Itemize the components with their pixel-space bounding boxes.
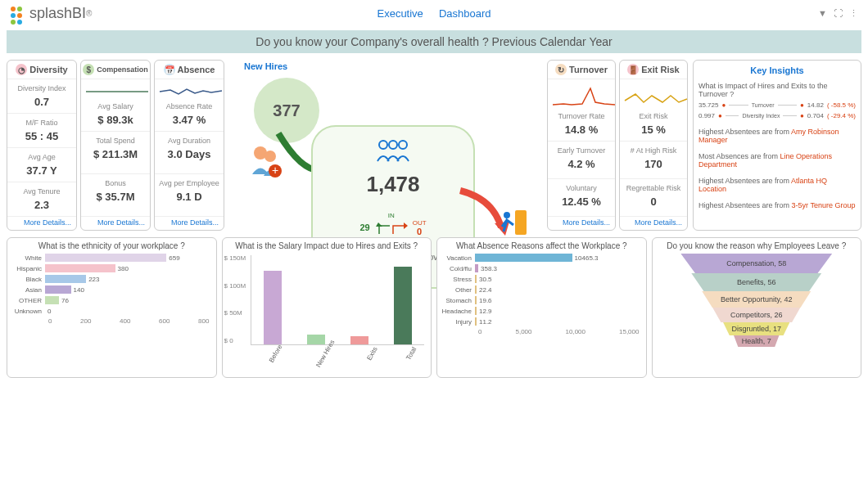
- svg-marker-9: [404, 223, 408, 229]
- sparkline: [158, 84, 224, 99]
- kpi-absence: 📅Absence Absence Rate3.47 % Avg Duration…: [154, 60, 224, 231]
- kpi-diversity: ◔Diversity Diversity Index0.7 M/F Ratio5…: [7, 60, 77, 231]
- more-details-link[interactable]: More Details...: [620, 217, 687, 230]
- chart-leave-reasons: Do you know the reason why Employees Lea…: [652, 237, 862, 378]
- bar-col: [307, 335, 325, 344]
- nav-dashboard[interactable]: Dashboard: [439, 7, 491, 20]
- filter-icon[interactable]: ▼: [818, 8, 827, 19]
- more-details-link[interactable]: More Details...: [7, 217, 76, 230]
- kpi-exit-risk: 🚪Exit Risk Exit Risk15 % # At High Risk1…: [619, 60, 688, 231]
- svg-point-6: [389, 141, 397, 149]
- svg-point-7: [399, 141, 407, 149]
- logo-text: splashBI: [29, 5, 86, 22]
- svg-point-5: [379, 141, 387, 149]
- sparkline: [551, 84, 617, 109]
- bar-col: [394, 267, 412, 344]
- funnel-seg: Competitors, 26: [704, 308, 809, 322]
- headcount-icon: [373, 137, 414, 169]
- sparkline: [623, 84, 689, 109]
- chart-ethnicity: What is the ethnicity of your workplace …: [7, 237, 217, 378]
- banner: Do you know your Company's overall healt…: [7, 30, 861, 53]
- center-flow: New Hires 377 + 1,478 29 INTransfers OUT…: [229, 60, 542, 231]
- more-details-link[interactable]: More Details...: [81, 217, 150, 230]
- new-hires-title: New Hires: [244, 61, 287, 71]
- funnel-seg: Health, 7: [730, 335, 784, 347]
- headcount-value: 1,478: [313, 172, 473, 197]
- bar-row: OTHER76: [11, 296, 213, 304]
- kpi-compensation: $Compensation Avg Salary$ 89.3k Total Sp…: [80, 60, 151, 231]
- more-details-link[interactable]: More Details...: [548, 217, 615, 230]
- funnel-seg: Disgruntled, 17: [717, 322, 796, 335]
- sparkline: [84, 84, 150, 99]
- svg-rect-11: [515, 210, 527, 235]
- money-icon: $: [83, 64, 94, 75]
- exit-icon: 🚪: [627, 64, 639, 75]
- bar-row: Headache12.9: [441, 307, 643, 315]
- chart-absence-reasons: What Absence Reasons affect the Workplac…: [436, 237, 647, 378]
- svg-point-12: [504, 212, 510, 218]
- bar-row: Vacation10465.3: [441, 254, 643, 262]
- turnover-icon: ↻: [555, 64, 567, 75]
- calendar-icon: 📅: [164, 64, 175, 75]
- bar-row: Injury11.2: [441, 317, 643, 326]
- bar-row: Stress30.5: [441, 275, 643, 283]
- bar-row: Stomach19.6: [441, 296, 643, 304]
- nav-executive[interactable]: Executive: [377, 7, 423, 20]
- diversity-icon: ◔: [16, 64, 27, 75]
- more-details-link[interactable]: More Details...: [155, 217, 224, 230]
- nav: Executive Dashboard: [370, 7, 497, 20]
- transfers-icon: [375, 219, 408, 236]
- bar-row: Cold/flu358.3: [441, 264, 643, 272]
- bar-row: Asian140: [11, 285, 213, 294]
- bar-row: Black223: [11, 275, 213, 283]
- bar-row: Other22.4: [441, 285, 643, 294]
- menu-icon[interactable]: ⋮: [849, 8, 858, 19]
- expand-icon[interactable]: ⛶: [834, 8, 843, 19]
- bar-col: [350, 336, 368, 344]
- bar-row: Hispanic380: [11, 264, 213, 272]
- key-insights: Key Insights What is Impact of Hires and…: [693, 60, 861, 231]
- bar-row: Unknown0: [11, 307, 213, 315]
- bar-row: White659: [11, 254, 213, 262]
- header: splashBI® Executive Dashboard ▼ ⛶ ⋮: [0, 0, 868, 27]
- bar-col: [264, 271, 282, 344]
- funnel-seg: Compensation, 58: [667, 254, 847, 273]
- svg-marker-8: [376, 223, 382, 227]
- chart-salary-impact: What is the Salary Impact due to Hires a…: [222, 237, 432, 378]
- funnel-seg: Benefits, 56: [679, 273, 834, 291]
- funnel-seg: Better Opportunity, 42: [692, 291, 821, 308]
- exit-door-icon: [497, 207, 530, 240]
- logo: splashBI®: [10, 5, 92, 22]
- kpi-turnover: ↻Turnover Turnover Rate14.8 % Early Turn…: [547, 60, 616, 231]
